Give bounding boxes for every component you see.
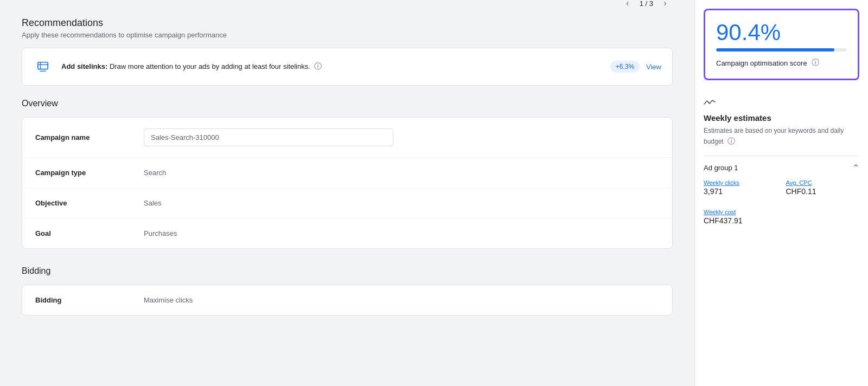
goal-label: Goal <box>35 229 144 237</box>
rec-text-bold: Add sitelinks: <box>61 62 107 70</box>
goal-value: Purchases <box>144 229 177 237</box>
weekly-divider <box>704 156 859 156</box>
bidding-section: Bidding Bidding Maximise clicks <box>22 266 673 316</box>
right-sidebar: 90.4% Campaign optimisation score ⓘ Week… <box>694 0 868 386</box>
rec-view-button[interactable]: View <box>646 63 661 71</box>
recommendations-nav: ‹ 1 / 3 › <box>620 0 673 11</box>
rec-text-body: Draw more attention to your ads by addin… <box>110 62 310 70</box>
score-progress-fill <box>716 48 834 52</box>
bidding-value: Maximise clicks <box>144 296 193 304</box>
objective-value: Sales <box>144 199 162 207</box>
overview-row-objective: Objective Sales <box>22 188 672 218</box>
weekly-clicks-value: 3,971 <box>704 187 777 196</box>
weekly-cost-label[interactable]: Weekly cost <box>704 209 859 215</box>
recommendations-subtitle: Apply these recommendations to optimise … <box>22 31 227 39</box>
metric-avg-cpc: Avg. CPC CHF0.11 <box>786 179 860 196</box>
campaign-type-label: Campaign type <box>35 169 144 177</box>
weekly-clicks-label[interactable]: Weekly clicks <box>704 179 777 186</box>
weekly-subtitle: Estimates are based on your keywords and… <box>704 126 859 147</box>
bidding-row: Bidding Maximise clicks <box>22 285 672 315</box>
score-help-icon[interactable]: ⓘ <box>812 58 819 68</box>
bidding-card: Bidding Maximise clicks <box>22 285 673 316</box>
rec-help-icon[interactable]: ⓘ <box>314 62 322 70</box>
svg-rect-0 <box>38 62 48 69</box>
campaign-name-label: Campaign name <box>35 133 144 141</box>
metrics-grid: Weekly clicks 3,971 Avg. CPC CHF0.11 Wee… <box>704 179 859 225</box>
overview-row-campaign-name: Campaign name <box>22 118 672 158</box>
overview-title: Overview <box>22 99 673 108</box>
campaign-type-value: Search <box>144 169 166 177</box>
score-value: 90.4% <box>716 21 847 44</box>
score-progress-bar <box>716 48 847 52</box>
rec-text: Add sitelinks: Draw more attention to yo… <box>61 62 604 72</box>
ad-group-title: Ad group 1 <box>704 164 738 172</box>
weekly-title: Weekly estimates <box>704 113 859 123</box>
main-content: Recommendations Apply these recommendati… <box>0 0 694 386</box>
metric-weekly-cost: Weekly cost CHF437.91 <box>704 209 859 225</box>
objective-label: Objective <box>35 199 144 207</box>
metric-weekly-clicks: Weekly clicks 3,971 <box>704 179 777 196</box>
score-label-text: Campaign optimisation score <box>716 59 807 67</box>
overview-row-goal: Goal Purchases <box>22 218 672 248</box>
rec-badge: +6.3% <box>610 61 640 73</box>
recommendation-card: Add sitelinks: Draw more attention to yo… <box>22 48 673 86</box>
bidding-title: Bidding <box>22 266 673 276</box>
sitelink-icon <box>33 57 53 76</box>
score-label: Campaign optimisation score ⓘ <box>716 58 847 68</box>
avg-cpc-label[interactable]: Avg. CPC <box>786 179 860 186</box>
overview-card: Campaign name Campaign type Search Objec… <box>22 117 673 249</box>
recommendations-top: Recommendations Apply these recommendati… <box>22 17 673 39</box>
bidding-label: Bidding <box>35 296 144 304</box>
avg-cpc-value: CHF0.11 <box>786 187 860 196</box>
nav-counter: 1 / 3 <box>640 0 653 8</box>
score-panel: 90.4% Campaign optimisation score ⓘ <box>704 9 859 80</box>
weekly-cost-value: CHF437.91 <box>704 216 859 225</box>
ad-group-header: Ad group 1 ⌃ <box>704 163 859 173</box>
recommendations-header: Recommendations Apply these recommendati… <box>22 17 227 39</box>
overview-row-campaign-type: Campaign type Search <box>22 158 672 188</box>
recommendations-title: Recommendations <box>22 17 227 29</box>
trend-icon <box>704 98 859 109</box>
ad-group-collapse-icon[interactable]: ⌃ <box>852 163 859 173</box>
weekly-help-icon[interactable]: ⓘ <box>727 137 735 145</box>
campaign-name-input[interactable] <box>144 128 393 146</box>
nav-next-button[interactable]: › <box>658 0 673 11</box>
nav-prev-button[interactable]: ‹ <box>620 0 635 11</box>
weekly-section: Weekly estimates Estimates are based on … <box>695 89 868 225</box>
